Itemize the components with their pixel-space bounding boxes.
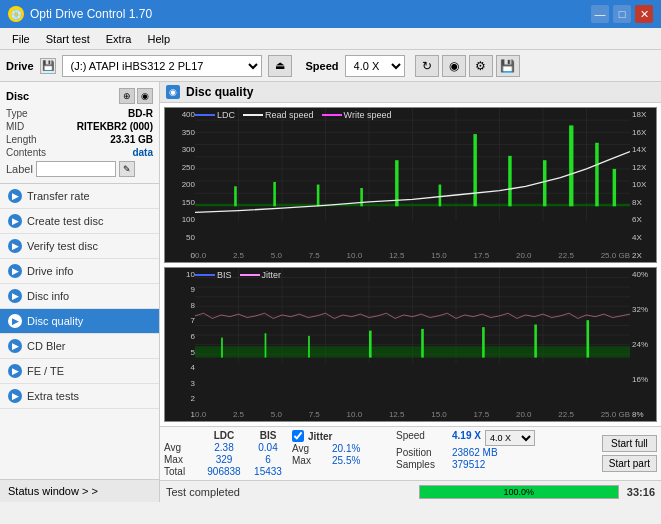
status-window-button[interactable]: Status window > >	[0, 479, 159, 502]
minimize-button[interactable]: —	[591, 5, 609, 23]
svg-rect-21	[360, 188, 363, 206]
type-label: Type	[6, 108, 28, 119]
sidebar: Disc ⊕ ◉ Type BD-R MID RITEKBR2 (000) Le…	[0, 82, 160, 502]
time-display: 33:16	[627, 486, 655, 498]
disc-info-panel: Disc ⊕ ◉ Type BD-R MID RITEKBR2 (000) Le…	[0, 82, 159, 184]
max-bis-value: 6	[248, 454, 288, 465]
disc-section-label: Disc	[6, 90, 29, 102]
status-text: Test completed	[166, 486, 411, 498]
media-icon[interactable]: ◉	[442, 55, 466, 77]
start-full-button[interactable]: Start full	[602, 435, 657, 452]
svg-rect-24	[473, 134, 476, 206]
max-jitter-value: 25.5%	[332, 455, 360, 466]
svg-rect-19	[273, 182, 276, 206]
cd-bler-label: CD Bler	[27, 340, 66, 352]
menu-extra[interactable]: Extra	[98, 31, 140, 47]
settings-icon[interactable]: ⚙	[469, 55, 493, 77]
label-input[interactable]	[36, 161, 116, 177]
top-chart-x-labels: 0.0 2.5 5.0 7.5 10.0 12.5 15.0 17.5 20.0…	[195, 251, 630, 260]
verify-test-icon: ▶	[8, 239, 22, 253]
svg-rect-29	[613, 169, 616, 206]
svg-rect-28	[595, 143, 598, 207]
transfer-rate-icon: ▶	[8, 189, 22, 203]
mid-value: RITEKBR2 (000)	[77, 121, 153, 132]
drive-selector[interactable]: (J:) ATAPI iHBS312 2 PL17	[62, 55, 262, 77]
svg-rect-18	[234, 186, 237, 206]
bottom-chart: BIS Jitter 10 9 8 7 6 5 4	[164, 267, 657, 423]
sidebar-item-transfer-rate[interactable]: ▶ Transfer rate	[0, 184, 159, 209]
disc-icon1[interactable]: ⊕	[119, 88, 135, 104]
speed-selector[interactable]: 4.0 X	[345, 55, 405, 77]
svg-rect-17	[195, 204, 630, 207]
create-test-label: Create test disc	[27, 215, 103, 227]
sidebar-item-fe-te[interactable]: ▶ FE / TE	[0, 359, 159, 384]
svg-rect-22	[395, 160, 398, 206]
drive-bar: Drive 💾 (J:) ATAPI iHBS312 2 PL17 ⏏ Spee…	[0, 50, 661, 82]
svg-rect-54	[482, 327, 485, 357]
menu-start-test[interactable]: Start test	[38, 31, 98, 47]
write-speed-legend: Write speed	[344, 110, 392, 120]
drive-info-icon: ▶	[8, 264, 22, 278]
bottom-chart-legend: BIS Jitter	[195, 270, 281, 280]
menu-help[interactable]: Help	[139, 31, 178, 47]
save-icon[interactable]: 💾	[496, 55, 520, 77]
avg-ldc-value: 2.38	[204, 442, 244, 453]
samples-value: 379512	[452, 459, 485, 470]
refresh-icon[interactable]: ↻	[415, 55, 439, 77]
svg-rect-50	[265, 333, 267, 357]
label-edit-button[interactable]: ✎	[119, 161, 135, 177]
speed-stat-selector[interactable]: 4.0 X	[485, 430, 535, 446]
charts-container: LDC Read speed Write speed 400 350	[160, 103, 661, 426]
chart-title: Disc quality	[186, 85, 253, 99]
mid-label: MID	[6, 121, 24, 132]
bis-legend: BIS	[217, 270, 232, 280]
length-label: Length	[6, 134, 37, 145]
sidebar-item-extra-tests[interactable]: ▶ Extra tests	[0, 384, 159, 409]
avg-bis-value: 0.04	[248, 442, 288, 453]
bis-col-header: BIS	[248, 430, 288, 441]
extra-tests-icon: ▶	[8, 389, 22, 403]
maximize-button[interactable]: □	[613, 5, 631, 23]
transfer-rate-label: Transfer rate	[27, 190, 90, 202]
ldc-col-header: LDC	[204, 430, 244, 441]
svg-rect-26	[543, 160, 546, 206]
main-layout: Disc ⊕ ◉ Type BD-R MID RITEKBR2 (000) Le…	[0, 82, 661, 502]
disc-quality-label: Disc quality	[27, 315, 83, 327]
contents-value: data	[132, 147, 153, 158]
eject-button[interactable]: ⏏	[268, 55, 292, 77]
sidebar-item-disc-quality[interactable]: ▶ Disc quality	[0, 309, 159, 334]
svg-rect-51	[308, 335, 310, 357]
total-bis-value: 15433	[248, 466, 288, 477]
jitter-avg-label: Avg	[292, 443, 328, 454]
start-part-button[interactable]: Start part	[602, 455, 657, 472]
sidebar-item-drive-info[interactable]: ▶ Drive info	[0, 259, 159, 284]
max-row-label: Max	[164, 454, 200, 465]
svg-rect-25	[508, 156, 511, 206]
contents-label: Contents	[6, 147, 46, 158]
close-button[interactable]: ✕	[635, 5, 653, 23]
progress-text: 100.0%	[504, 487, 535, 497]
top-chart: LDC Read speed Write speed 400 350	[164, 107, 657, 263]
label-label: Label	[6, 163, 33, 175]
bottom-chart-x-labels: 0.0 2.5 5.0 7.5 10.0 12.5 15.0 17.5 20.0…	[195, 410, 630, 419]
sidebar-item-cd-bler[interactable]: ▶ CD Bler	[0, 334, 159, 359]
svg-rect-23	[439, 185, 442, 207]
svg-rect-49	[221, 337, 223, 357]
sidebar-item-create-test-disc[interactable]: ▶ Create test disc	[0, 209, 159, 234]
top-chart-svg	[195, 108, 630, 221]
sidebar-item-disc-info[interactable]: ▶ Disc info	[0, 284, 159, 309]
disc-info-label: Disc info	[27, 290, 69, 302]
jitter-max-label: Max	[292, 455, 328, 466]
ldc-header	[164, 430, 200, 441]
bottom-chart-svg	[195, 268, 630, 364]
disc-icon2[interactable]: ◉	[137, 88, 153, 104]
length-value: 23.31 GB	[110, 134, 153, 145]
jitter-checkbox[interactable]	[292, 430, 304, 442]
app-icon: 💿	[8, 6, 24, 22]
menu-file[interactable]: File	[4, 31, 38, 47]
svg-rect-56	[587, 320, 590, 357]
progress-bar-fill: 100.0%	[420, 486, 618, 498]
sidebar-item-verify-test-disc[interactable]: ▶ Verify test disc	[0, 234, 159, 259]
position-label: Position	[396, 447, 448, 458]
progress-bar-container: 100.0%	[419, 485, 619, 499]
